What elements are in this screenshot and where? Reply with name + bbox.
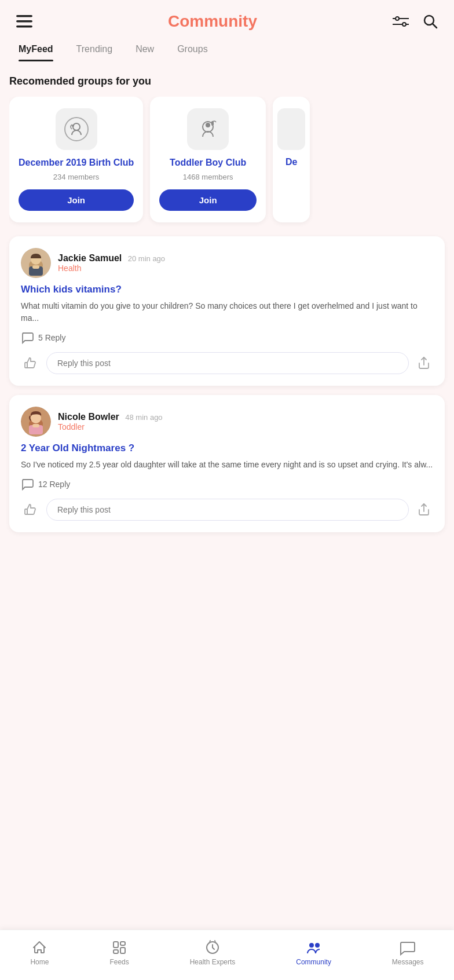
search-icon[interactable] bbox=[420, 12, 440, 31]
svg-rect-2 bbox=[16, 25, 32, 28]
svg-rect-33 bbox=[114, 950, 118, 953]
svg-rect-34 bbox=[120, 948, 125, 953]
nav-community[interactable]: Community bbox=[289, 937, 338, 968]
tab-myfeed[interactable]: MyFeed bbox=[9, 37, 63, 61]
avatar-nicole bbox=[21, 407, 51, 437]
group-members-toddlerboy: 1468 members bbox=[183, 173, 233, 181]
reply-input-2[interactable] bbox=[46, 499, 409, 521]
svg-point-11 bbox=[65, 118, 88, 141]
tabs-bar: MyFeed Trending New Groups bbox=[0, 37, 454, 61]
svg-rect-22 bbox=[25, 363, 27, 368]
svg-rect-29 bbox=[25, 509, 27, 514]
post-category-2: Toddler bbox=[58, 422, 433, 432]
group-icon-dec2019 bbox=[56, 108, 97, 150]
post-header-2: Nicole Bowler 48 min ago Toddler bbox=[21, 407, 433, 437]
post-meta-1: Jackie Samuel 20 min ago Health bbox=[58, 253, 433, 273]
nav-home-label: Home bbox=[30, 958, 49, 966]
group-name-dec2019: December 2019 Birth Club bbox=[19, 157, 134, 169]
group-card-toddlerboy: Toddler Boy Club 1468 members Join bbox=[150, 97, 266, 222]
group-icon-toddlerboy bbox=[187, 108, 229, 150]
svg-rect-1 bbox=[16, 20, 32, 23]
svg-rect-31 bbox=[114, 942, 118, 948]
nav-feeds-label: Feeds bbox=[109, 958, 129, 966]
page-title: Community bbox=[168, 12, 257, 31]
nav-community-label: Community bbox=[296, 958, 331, 966]
tab-groups[interactable]: Groups bbox=[168, 37, 217, 61]
post-category-1: Health bbox=[58, 264, 433, 273]
reply-bar-2 bbox=[21, 499, 433, 521]
group-card-partial: De bbox=[273, 97, 310, 222]
share-button-2[interactable] bbox=[415, 500, 433, 519]
nav-home[interactable]: Home bbox=[23, 937, 56, 968]
group-members-dec2019: 234 members bbox=[53, 173, 99, 181]
like-button-2[interactable] bbox=[21, 500, 41, 520]
post-replies-2: 12 Reply bbox=[21, 478, 433, 491]
post-time-1: 20 min ago bbox=[128, 254, 165, 263]
nav-messages-label: Messages bbox=[392, 958, 424, 966]
post-card-1: Jackie Samuel 20 min ago Health Which ki… bbox=[9, 236, 445, 386]
post-card-2: Nicole Bowler 48 min ago Toddler 2 Year … bbox=[9, 395, 445, 532]
svg-point-36 bbox=[309, 943, 314, 948]
post-preview-2: So I've noticed my 2.5 year old daughter… bbox=[21, 459, 433, 471]
svg-point-12 bbox=[73, 123, 80, 130]
reply-input-1[interactable] bbox=[46, 352, 409, 374]
svg-rect-28 bbox=[32, 424, 39, 427]
post-author-1: Jackie Samuel bbox=[58, 253, 122, 263]
svg-point-13 bbox=[72, 125, 74, 127]
post-author-2: Nicole Bowler bbox=[58, 412, 119, 422]
menu-button[interactable] bbox=[14, 13, 35, 30]
post-time-2: 48 min ago bbox=[125, 413, 162, 422]
post-title-1[interactable]: Which kids vitamins? bbox=[21, 284, 433, 295]
join-button-dec2019[interactable]: Join bbox=[19, 189, 134, 211]
svg-point-3 bbox=[396, 17, 399, 20]
share-button-1[interactable] bbox=[415, 354, 433, 372]
reply-bar-1 bbox=[21, 352, 433, 374]
recommended-section-title: Recomended groups for you bbox=[9, 75, 445, 87]
nav-feeds[interactable]: Feeds bbox=[102, 937, 136, 968]
header: Community bbox=[0, 0, 454, 37]
post-replies-1: 5 Reply bbox=[21, 331, 433, 344]
tab-new[interactable]: New bbox=[126, 37, 163, 61]
bottom-nav: Home Feeds Health Experts Community bbox=[0, 930, 454, 980]
main-content: Recomended groups for you December 2019 … bbox=[0, 61, 454, 590]
post-header-1: Jackie Samuel 20 min ago Health bbox=[21, 248, 433, 278]
svg-point-15 bbox=[206, 123, 210, 127]
group-name-toddlerboy: Toddler Boy Club bbox=[170, 157, 246, 169]
svg-rect-21 bbox=[32, 265, 39, 269]
join-button-toddlerboy[interactable]: Join bbox=[159, 189, 257, 211]
partial-group-name: De bbox=[285, 157, 297, 167]
post-preview-1: What multi vitamin do you give to your c… bbox=[21, 300, 433, 324]
post-title-2[interactable]: 2 Year Old Nightmares ? bbox=[21, 443, 433, 454]
like-button-1[interactable] bbox=[21, 353, 41, 373]
svg-rect-32 bbox=[120, 942, 125, 945]
header-actions bbox=[390, 12, 440, 31]
groups-scroll: December 2019 Birth Club 234 members Joi… bbox=[9, 97, 445, 227]
post-meta-2: Nicole Bowler 48 min ago Toddler bbox=[58, 412, 433, 432]
svg-point-37 bbox=[315, 943, 320, 948]
nav-health-experts[interactable]: Health Experts bbox=[183, 937, 243, 968]
nav-health-experts-label: Health Experts bbox=[190, 958, 236, 966]
svg-point-4 bbox=[402, 23, 406, 26]
group-card-dec2019: December 2019 Birth Club 234 members Joi… bbox=[9, 97, 143, 222]
svg-line-10 bbox=[433, 24, 437, 28]
nav-messages[interactable]: Messages bbox=[385, 937, 431, 968]
tab-trending[interactable]: Trending bbox=[67, 37, 122, 61]
avatar-jackie bbox=[21, 248, 51, 278]
svg-rect-0 bbox=[16, 15, 32, 17]
filter-icon[interactable] bbox=[390, 12, 411, 31]
